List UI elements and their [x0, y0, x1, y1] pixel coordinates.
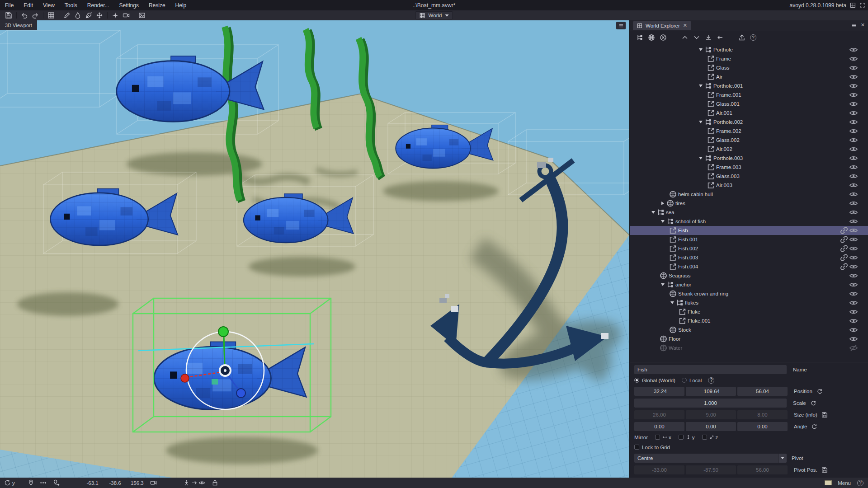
- location-pin-icon[interactable]: [28, 479, 34, 486]
- position-x-field[interactable]: -32.24: [634, 387, 684, 396]
- panel-close-icon[interactable]: ✕: [861, 23, 865, 28]
- menu-render[interactable]: Render...: [82, 0, 114, 10]
- menu-file[interactable]: File: [0, 0, 19, 10]
- expand-down-icon[interactable]: [697, 45, 704, 54]
- world-settings-icon[interactable]: [648, 34, 655, 41]
- tree-item-water[interactable]: Water: [630, 343, 868, 352]
- angle-z-field[interactable]: 0.00: [737, 422, 788, 431]
- color-swatch[interactable]: [825, 480, 832, 485]
- expand-down-icon[interactable]: [650, 208, 656, 217]
- tree-item-frame[interactable]: Frame: [630, 54, 868, 63]
- grid-view-button[interactable]: [46, 11, 57, 20]
- tree-item-label: Glass: [715, 65, 729, 70]
- expand-down-icon[interactable]: [659, 280, 666, 289]
- expand-down-icon[interactable]: [697, 81, 704, 90]
- position-z-field[interactable]: 56.04: [737, 387, 788, 396]
- explorer-help-icon[interactable]: ?: [750, 34, 756, 41]
- mirror-z-checkbox[interactable]: [702, 435, 707, 440]
- mirror-x-checkbox[interactable]: [655, 435, 660, 440]
- tree-item-school-of-fish[interactable]: school of fish: [630, 217, 868, 226]
- tree-item-porthole-001[interactable]: Porthole.001: [630, 81, 868, 90]
- space-help-icon[interactable]: ?: [708, 377, 714, 384]
- expand-down-icon[interactable]: [697, 154, 704, 163]
- size-save-icon[interactable]: [821, 412, 828, 418]
- tree-item-glass-002[interactable]: Glass.002: [630, 136, 868, 145]
- menu-button[interactable]: Menu: [838, 480, 851, 486]
- pencil-tool-button[interactable]: [61, 11, 72, 20]
- tree-item-label: helm cabin hull: [677, 192, 713, 197]
- local-radio[interactable]: [682, 378, 687, 383]
- export-icon[interactable]: [738, 34, 745, 41]
- view-eye-icon[interactable]: [198, 479, 205, 486]
- tree-item-anchor[interactable]: anchor: [630, 280, 868, 289]
- menu-edit[interactable]: Edit: [19, 0, 38, 10]
- screenshot-button[interactable]: [137, 11, 147, 20]
- pan-icon[interactable]: [40, 479, 47, 486]
- move-to-bottom-icon[interactable]: [705, 34, 712, 41]
- mirror-y-checkbox[interactable]: [679, 435, 684, 440]
- tree-item-air-001[interactable]: Air.001: [630, 108, 868, 117]
- pivot-pos-save-icon[interactable]: [821, 467, 828, 473]
- effects-button[interactable]: [110, 11, 121, 20]
- hierarchy-view-icon[interactable]: [636, 34, 643, 41]
- transform-tool-button[interactable]: [94, 11, 105, 20]
- redo-button[interactable]: [30, 11, 41, 20]
- save-button[interactable]: [3, 11, 14, 20]
- camera-button[interactable]: [121, 11, 132, 20]
- maximize-icon[interactable]: [859, 2, 865, 8]
- back-icon[interactable]: [717, 34, 724, 41]
- position-y-field[interactable]: -109.64: [686, 387, 736, 396]
- walk-mode-icon[interactable]: [183, 479, 190, 486]
- tree-item-air[interactable]: Air: [630, 72, 868, 81]
- pivot-dropdown-button[interactable]: [778, 454, 787, 463]
- brush-tool-button[interactable]: [83, 11, 94, 20]
- layout-panes-icon[interactable]: [850, 2, 856, 8]
- undo-button[interactable]: [19, 11, 30, 20]
- clear-selection-icon[interactable]: [660, 34, 667, 41]
- tree-item-frame-002[interactable]: Frame.002: [630, 127, 868, 136]
- viewport-3d[interactable]: 3D Viewport: [0, 20, 629, 478]
- tree-item-air-002[interactable]: Air.002: [630, 145, 868, 154]
- position-reset-icon[interactable]: [816, 388, 823, 394]
- scale-field[interactable]: 1.000: [634, 399, 787, 408]
- world-mode-select[interactable]: World: [415, 11, 453, 19]
- global-world-radio[interactable]: [634, 378, 639, 383]
- rotation-axis-icon[interactable]: [4, 479, 11, 486]
- tab-world-explorer[interactable]: World Explorer ✕: [633, 21, 691, 30]
- tree-item-porthole[interactable]: Porthole: [630, 45, 868, 54]
- pivot-select[interactable]: Centre: [634, 454, 778, 463]
- tree-item-frame-001[interactable]: Frame.001: [630, 90, 868, 99]
- angle-y-field[interactable]: 0.00: [686, 422, 736, 431]
- angle-x-field[interactable]: 0.00: [634, 422, 684, 431]
- angle-reset-icon[interactable]: [811, 423, 817, 430]
- panel-list-icon[interactable]: [851, 23, 857, 28]
- menu-help[interactable]: Help: [170, 0, 192, 10]
- tree-item-glass[interactable]: Glass: [630, 63, 868, 72]
- expand-down-icon[interactable]: [659, 217, 666, 226]
- tree-item-glass-001[interactable]: Glass.001: [630, 99, 868, 108]
- size-label: Size (info): [794, 412, 817, 418]
- viewport-options-icon[interactable]: [616, 22, 626, 29]
- visibility-eye-icon[interactable]: [849, 314, 858, 362]
- expand-down-icon[interactable]: [697, 117, 704, 127]
- tree-item-porthole-003[interactable]: Porthole.003: [630, 154, 868, 163]
- paint-tool-button[interactable]: [72, 11, 83, 20]
- menu-view[interactable]: View: [38, 0, 60, 10]
- scale-reset-icon[interactable]: [810, 400, 816, 406]
- pin-move-icon[interactable]: [53, 479, 60, 486]
- lock-to-grid-checkbox[interactable]: [634, 445, 639, 450]
- menu-tools[interactable]: Tools: [60, 0, 82, 10]
- name-field[interactable]: Fish: [634, 365, 787, 374]
- viewport-tab[interactable]: 3D Viewport: [0, 20, 37, 30]
- lock-icon[interactable]: [212, 479, 218, 486]
- tree-item-porthole-002[interactable]: Porthole.002: [630, 117, 868, 127]
- menu-settings[interactable]: Settings: [114, 0, 144, 10]
- move-down-icon[interactable]: [693, 34, 700, 41]
- move-up-icon[interactable]: [681, 34, 689, 41]
- branch-icon: [656, 178, 665, 246]
- menu-resize[interactable]: Resize: [144, 0, 170, 10]
- panel-tab-close-icon[interactable]: ✕: [683, 23, 687, 28]
- camera-icon[interactable]: [150, 479, 157, 486]
- statusbar-help-icon[interactable]: ?: [857, 480, 863, 486]
- link-icon[interactable]: [839, 233, 849, 300]
